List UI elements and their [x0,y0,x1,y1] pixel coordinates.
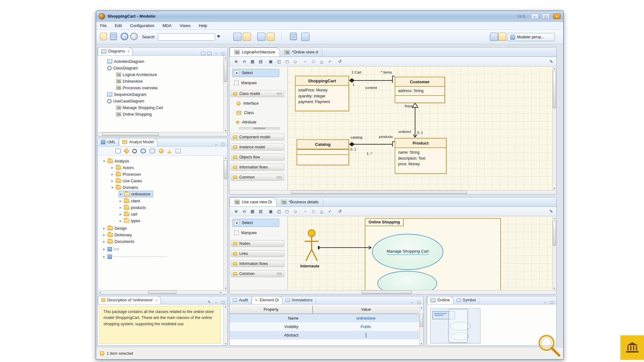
diagrams-vertical-scrollbar[interactable]: ▴▾ [223,56,227,133]
edit-description-icon[interactable]: ✎ [207,300,212,304]
frame-icon[interactable]: ◻ [284,58,291,65]
new-requirement-icon[interactable] [150,149,155,153]
palette-section-component-model[interactable]: Component model [231,134,284,140]
snap-icon[interactable]: ◫ [275,58,282,65]
minimize-view-icon[interactable]: – [214,142,219,146]
layout-icon[interactable] [301,33,309,41]
editor-vertical-scrollbar[interactable]: ▴▾ [552,216,556,290]
diagram-item[interactable]: SequenceDiagram [107,91,147,98]
menu-file[interactable]: File [100,23,107,28]
triangle-tool-icon[interactable]: △ [318,208,325,215]
model-vertical-scrollbar[interactable]: ▴▾ [223,156,227,290]
minimize-view-icon[interactable]: – [214,52,219,55]
menu-mda[interactable]: MDA [163,23,172,28]
diagrams-horizontal-scrollbar[interactable] [98,132,227,136]
minimize-view-icon[interactable]: – [409,300,414,304]
new-dictionary-entry-icon[interactable] [124,148,129,154]
new-element-icon[interactable] [243,33,251,41]
tree-item[interactable]: ▸ client [119,198,140,204]
circle-tool-icon[interactable]: ○ [302,208,309,215]
abstract-checkbox[interactable] [366,333,366,338]
editor-horizontal-scrollbar[interactable] [230,290,556,294]
diagram-item[interactable]: UseCaseDiagram [107,98,144,104]
editor-vertical-scrollbar[interactable]: ▴▾ [552,66,556,190]
tab-use-case-view[interactable]: Use case view Di [230,197,277,206]
tab-audit[interactable]: Audit [230,296,252,304]
annotate-icon[interactable]: ✎ [549,209,553,214]
palette-section-class-model[interactable]: Class model [231,90,284,97]
zoom-in-icon[interactable]: ⊕ [233,58,240,65]
new-package-icon[interactable] [115,149,121,153]
page-layout-icon[interactable]: ▤ [257,208,264,215]
palette-section-instance-model[interactable]: Instance model [231,144,284,151]
new-term-icon[interactable] [132,149,137,153]
close-button[interactable]: × [553,14,561,19]
property-row[interactable]: Name onlinestore [230,314,419,322]
tree-item[interactable]: ▸ Dictionary [102,232,132,238]
description-scrollbar[interactable]: ▴▾ [223,304,227,346]
annotate-icon[interactable]: ✎ [549,59,553,64]
grid-icon[interactable]: ▦ [249,208,256,215]
tab-logical-architecture[interactable]: LogicalArchitecture [230,47,280,57]
maximize-button[interactable]: ▢ [542,14,550,19]
column-header-property[interactable]: Property [230,305,313,314]
perspective-grid-icon[interactable] [490,33,498,41]
palette-section-links[interactable]: Links [231,250,284,257]
diagram-item[interactable]: Processes overview [116,85,158,91]
minimize-button[interactable]: – [531,14,539,19]
property-row[interactable]: Visibility Public [230,322,419,331]
class-customer[interactable]: Customer address: String [395,77,445,103]
editor-horizontal-scrollbar[interactable] [230,190,556,194]
palette-mini-scrollbar[interactable] [239,127,280,129]
palette-item-interface[interactable]: Interface [236,100,284,107]
grid-icon[interactable]: ▦ [249,58,256,65]
tree-item[interactable]: ▸ [102,253,167,260]
tree-item[interactable]: ▾ Domains [110,184,138,191]
property-value[interactable]: onlinestore [313,316,419,321]
rect-tool-icon[interactable]: □ [310,208,317,215]
undo-icon[interactable] [121,33,128,40]
diagram-item[interactable]: Logical Architecture [116,71,157,78]
save-diagram-icon[interactable]: ▣ [267,208,274,215]
tab-description[interactable]: Description of 'onlinestore' × [98,296,161,304]
search-input[interactable] [158,33,215,41]
maximize-view-icon[interactable]: ▢ [220,300,225,304]
palette-section-nodes[interactable]: Nodes [231,240,284,247]
close-view-icon[interactable]: × [156,299,158,302]
tab-business-details[interactable]: *Business details [277,197,323,206]
property-row[interactable]: Abstract [230,331,419,339]
menu-edit[interactable]: Edit [115,23,122,28]
property-value[interactable]: Public [313,325,419,329]
class-shoppingcart[interactable]: ShoppingCart totalPrice: Money quantity:… [295,76,349,111]
tree-item[interactable]: ▾ Analysis [102,158,129,164]
column-header-value[interactable]: Value [313,305,419,314]
diagram-item[interactable]: ClassDiagram [107,65,138,71]
palette-section-common[interactable]: Common [231,174,284,181]
tree-item[interactable]: ▸ types [119,217,140,224]
tree-item-selected[interactable]: ▸ onlinestore [119,191,153,197]
palette-section-information-flows[interactable]: Information flows [231,164,284,171]
tab-analyst-model[interactable]: Analyst Model [119,138,157,146]
style-icon[interactable]: ◇ [292,58,299,65]
tab-diagrams[interactable]: Diagrams × [98,47,133,55]
usecase-manage-shopping-cart[interactable]: Manage Shopping Cart [372,234,443,270]
import-icon[interactable] [175,149,181,153]
palette-select-tool[interactable]: ➤ Select [232,219,279,227]
save-diagram-icon[interactable]: ▣ [267,58,274,65]
page-layout-icon[interactable]: ▤ [257,58,264,65]
minimize-view-icon[interactable]: – [214,300,219,304]
diagram-item[interactable]: ActivitiesDiagram [107,58,144,65]
tab-uml[interactable]: UML [98,138,119,146]
frame-icon[interactable]: ◻ [284,208,291,215]
validate-icon[interactable]: ✓ [326,58,333,65]
tree-item[interactable]: ▸ Processes [110,171,141,178]
configuration-icon[interactable] [267,33,275,41]
thumbnail-viewport-handle[interactable] [449,309,468,343]
class-product[interactable]: Product name: String description: Text p… [395,138,447,174]
maximize-view-icon[interactable]: ▢ [549,300,554,304]
refresh-icon[interactable]: ↺ [336,58,343,65]
tree-item[interactable]: ▸ Documents [102,238,134,245]
tree-item[interactable]: ▸ Design [102,225,127,232]
diagram-thumbnail[interactable] [430,308,480,343]
palette-section-common[interactable]: Common [231,270,284,277]
